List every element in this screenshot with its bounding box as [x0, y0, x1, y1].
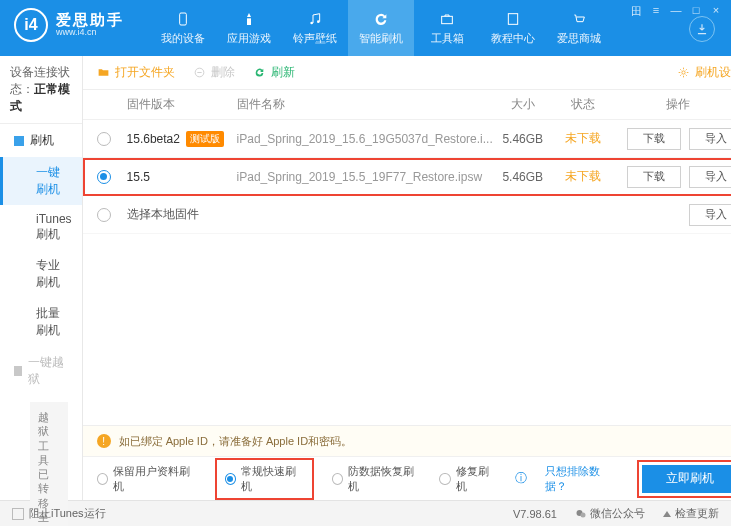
- square-icon: [14, 366, 22, 376]
- folder-icon: [97, 66, 110, 79]
- table-header: 固件版本 固件名称 大小 状态 操作: [83, 90, 731, 120]
- square-icon: [14, 136, 24, 146]
- local-fw-label: 选择本地固件: [127, 206, 613, 223]
- fw-state: 未下载: [553, 168, 613, 185]
- notice-text: 如已绑定 Apple ID，请准备好 Apple ID和密码。: [119, 434, 353, 449]
- check-update-link[interactable]: 检查更新: [663, 506, 719, 521]
- phone-icon: [174, 10, 192, 28]
- nav-tools[interactable]: 工具箱: [414, 0, 480, 56]
- th-name: 固件名称: [237, 96, 493, 113]
- nav-label: 我的设备: [161, 31, 205, 46]
- btn-label: 刷新: [271, 64, 295, 81]
- row-radio[interactable]: [97, 170, 111, 184]
- win-min-icon[interactable]: —: [667, 4, 685, 18]
- import-button[interactable]: 导入: [689, 166, 731, 188]
- sidebar-item-itunes-flash[interactable]: iTunes刷机: [0, 205, 82, 250]
- music-icon: [306, 10, 324, 28]
- nav-tutorial[interactable]: 教程中心: [480, 0, 546, 56]
- row-radio[interactable]: [97, 132, 111, 146]
- mode-repair[interactable]: 修复刷机: [439, 464, 497, 494]
- fw-name: iPad_Spring_2019_15.6_19G5037d_Restore.i…: [237, 132, 493, 146]
- svg-rect-0: [180, 13, 187, 25]
- beta-badge: 测试版: [186, 131, 224, 147]
- btn-label: 删除: [211, 64, 235, 81]
- sidebar-item-pro-flash[interactable]: 专业刷机: [0, 250, 82, 298]
- download-button[interactable]: 下载: [627, 166, 681, 188]
- download-manager-icon[interactable]: [689, 16, 715, 42]
- mode-label: 常规快速刷机: [241, 464, 304, 494]
- mode-keep-data[interactable]: 保留用户资料刷机: [97, 464, 197, 494]
- nav-ringtone[interactable]: 铃声壁纸: [282, 0, 348, 56]
- nav-label: 爱思商城: [557, 31, 601, 46]
- delete-button: 删除: [193, 64, 235, 81]
- wechat-link[interactable]: 微信公众号: [575, 506, 645, 521]
- th-state: 状态: [553, 96, 613, 113]
- th-size: 大小: [493, 96, 553, 113]
- win-menu-icon[interactable]: ≡: [647, 4, 665, 18]
- book-icon: [504, 10, 522, 28]
- checkbox-label: 阻止iTunes运行: [29, 507, 106, 519]
- win-grid-icon[interactable]: 田: [627, 4, 645, 18]
- app-name: 爱思助手: [56, 12, 124, 29]
- mode-label: 修复刷机: [456, 464, 498, 494]
- fw-version: 15.6beta2: [127, 132, 180, 146]
- app-site: www.i4.cn: [56, 28, 124, 38]
- sidebar-item-oneclick-flash[interactable]: 一键刷机: [0, 157, 82, 205]
- nav-apps[interactable]: 应用游戏: [216, 0, 282, 56]
- firmware-row[interactable]: 15.5 iPad_Spring_2019_15.5_19F77_Restore…: [83, 158, 731, 196]
- fw-name: iPad_Spring_2019_15.5_19F77_Restore.ipsw: [237, 170, 493, 184]
- nav-label: 应用游戏: [227, 31, 271, 46]
- nav-label: 智能刷机: [359, 31, 403, 46]
- refresh-button[interactable]: 刷新: [253, 64, 295, 81]
- firmware-row[interactable]: 15.6beta2测试版 iPad_Spring_2019_15.6_19G50…: [83, 120, 731, 158]
- nav-my-device[interactable]: 我的设备: [150, 0, 216, 56]
- cart-icon: [570, 10, 588, 28]
- sidebar-item-batch-flash[interactable]: 批量刷机: [0, 298, 82, 346]
- svg-point-2: [310, 22, 313, 25]
- group-label: 刷机: [30, 132, 54, 149]
- win-close-icon[interactable]: ×: [707, 4, 725, 18]
- app-icon: [240, 10, 258, 28]
- flash-now-button[interactable]: 立即刷机: [642, 465, 731, 493]
- exclude-data-link[interactable]: 只想排除数据？: [545, 464, 618, 494]
- group-label: 一键越狱: [28, 354, 67, 388]
- nav-flash[interactable]: 智能刷机: [348, 0, 414, 56]
- sidebar-group-flash[interactable]: 刷机: [0, 124, 82, 157]
- fw-version: 15.5: [127, 170, 150, 184]
- nav-label: 教程中心: [491, 31, 535, 46]
- download-button[interactable]: 下载: [627, 128, 681, 150]
- gear-icon: [677, 66, 690, 79]
- flash-settings-button[interactable]: 刷机设置: [677, 64, 731, 81]
- mode-fast-flash[interactable]: 常规快速刷机: [215, 458, 314, 500]
- nav-store[interactable]: 爱思商城: [546, 0, 612, 56]
- fw-state: 未下载: [553, 130, 613, 147]
- version-label: V7.98.61: [513, 508, 557, 520]
- svg-rect-5: [508, 14, 517, 25]
- toolbox-icon: [438, 10, 456, 28]
- info-icon[interactable]: ⓘ: [515, 470, 527, 487]
- mode-label: 防数据恢复刷机: [348, 464, 421, 494]
- svg-point-9: [580, 513, 585, 518]
- import-button[interactable]: 导入: [689, 204, 731, 226]
- sidebar-group-jailbreak[interactable]: 一键越狱: [0, 346, 82, 396]
- th-version: 固件版本: [127, 96, 237, 113]
- svg-rect-4: [442, 16, 453, 23]
- import-button[interactable]: 导入: [689, 128, 731, 150]
- block-itunes-checkbox[interactable]: 阻止iTunes运行: [12, 506, 106, 521]
- btn-label: 刷机设置: [695, 64, 731, 81]
- top-nav: 我的设备 应用游戏 铃声壁纸 智能刷机 工具箱 教程中心 爱思商城: [150, 0, 612, 56]
- fw-size: 5.46GB: [493, 132, 553, 146]
- window-controls: 田 ≡ — □ ×: [627, 4, 725, 18]
- logo-icon: i4: [14, 8, 48, 42]
- up-icon: [663, 511, 671, 517]
- local-firmware-row[interactable]: 选择本地固件 导入: [83, 196, 731, 234]
- win-max-icon[interactable]: □: [687, 4, 705, 18]
- refresh-icon: [372, 10, 390, 28]
- row-radio[interactable]: [97, 208, 111, 222]
- app-logo: i4 爱思助手 www.i4.cn: [0, 0, 138, 50]
- mode-label: 保留用户资料刷机: [113, 464, 197, 494]
- mode-anti-recover[interactable]: 防数据恢复刷机: [332, 464, 422, 494]
- open-folder-button[interactable]: 打开文件夹: [97, 64, 175, 81]
- wechat-icon: [575, 508, 587, 520]
- connection-status: 设备连接状态：正常模式: [0, 56, 82, 124]
